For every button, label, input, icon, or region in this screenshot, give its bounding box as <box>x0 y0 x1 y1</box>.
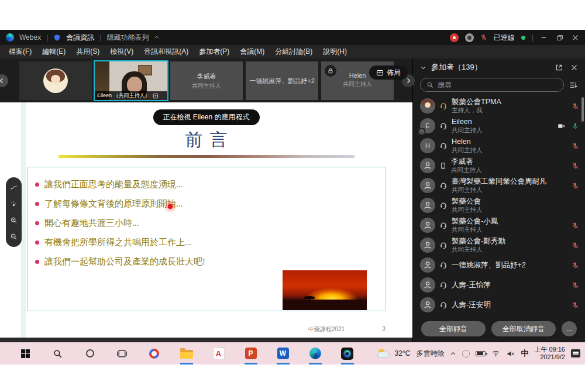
recording-indicator[interactable] <box>450 33 459 42</box>
participant-row[interactable]: 製藥公會TPMA主持人，我 <box>413 96 585 116</box>
window-titlebar: Webex | 會議資訊 | 隱藏功能表列 已連線 | <box>0 30 585 45</box>
file-explorer-button[interactable] <box>180 342 194 365</box>
pinned-app-button[interactable] <box>147 342 161 365</box>
menu-help[interactable]: 說明(H) <box>318 47 352 57</box>
audio-indicator[interactable] <box>465 33 474 42</box>
video-tile-self[interactable] <box>19 61 92 100</box>
sort-icon[interactable] <box>569 81 578 90</box>
headset-icon <box>439 201 448 209</box>
menu-edit[interactable]: 編輯(E) <box>37 47 71 57</box>
close-panel-icon[interactable] <box>570 64 578 71</box>
scrollbar[interactable] <box>581 97 584 122</box>
popout-icon[interactable] <box>555 64 563 71</box>
ime-indicator[interactable]: 中 <box>521 348 528 359</box>
hide-menubar-button[interactable]: 隱藏功能表列 <box>106 33 149 43</box>
video-tile[interactable]: 一德姚淑萍、劉品妤+2 <box>246 61 318 100</box>
avatar <box>420 257 435 273</box>
connection-status: 已連線 <box>494 33 515 43</box>
participant-name: 人壽-王怡萍 <box>452 281 567 290</box>
participant-role: 共同主持人 <box>452 126 553 134</box>
participant-role: 共同主持人 <box>452 226 567 233</box>
powerpoint-button[interactable]: P <box>244 342 258 365</box>
menu-meeting[interactable]: 會議(M) <box>235 47 270 57</box>
wifi-icon[interactable] <box>491 349 500 357</box>
participant-row[interactable]: 製藥公會-小鳳共同主持人 <box>413 215 585 235</box>
volume-muted-icon[interactable] <box>506 350 515 357</box>
restore-button[interactable] <box>556 34 563 42</box>
meeting-info-button[interactable]: 會議資訊 <box>66 33 94 43</box>
weather-description[interactable]: 多雲時陰 <box>416 349 444 359</box>
mute-all-button[interactable]: 全部靜音 <box>421 321 486 336</box>
person-icon <box>423 300 432 310</box>
menu-breakout[interactable]: 分組討論(B) <box>270 47 318 57</box>
pinwheel-app-icon <box>149 349 159 359</box>
bullet-dot <box>35 202 39 206</box>
acrobat-icon: A <box>213 348 225 359</box>
participant-row[interactable]: 一德姚淑萍、劉品妤+2 <box>413 255 585 275</box>
lock-icon <box>325 65 336 77</box>
search-icon <box>53 349 63 359</box>
participant-name: 製藥公會-鄭秀勤 <box>452 237 567 246</box>
word-button[interactable]: W <box>276 342 290 365</box>
participant-row[interactable]: 李威著共同主持人 <box>413 156 585 176</box>
action-center-icon[interactable] <box>571 349 580 357</box>
laser-pointer-dot <box>168 204 173 209</box>
unmute-all-button[interactable]: 全部取消靜音 <box>491 321 556 336</box>
taskbar-search-button[interactable] <box>51 342 65 365</box>
participant-row[interactable]: 人壽-王怡萍 <box>413 275 585 295</box>
menu-audio-video[interactable]: 音訊和視訊(A) <box>139 47 194 57</box>
shield-icon <box>53 34 61 42</box>
search-input[interactable]: 搜尋 <box>420 78 564 92</box>
participant-role: 共同主持人 <box>452 146 567 154</box>
participant-row[interactable]: 臺灣製藥工業同業公會周耐凡共同主持人 <box>413 176 585 195</box>
menu-participants[interactable]: 參加者(P) <box>194 47 235 57</box>
hidden-icons-chevron[interactable] <box>450 350 456 357</box>
edge-icon <box>309 348 321 359</box>
video-tile[interactable]: 李威著 共同主持人 <box>170 61 243 100</box>
menu-file[interactable]: 檔案(F) <box>4 47 37 57</box>
filmstrip-prev-button[interactable] <box>0 74 8 87</box>
panel-title: 參加者（139） <box>431 62 482 73</box>
menu-share[interactable]: 共用(S) <box>71 47 105 57</box>
more-options-button[interactable]: … <box>562 321 577 336</box>
battery-icon[interactable] <box>476 351 486 356</box>
annotate-pen-icon[interactable] <box>10 184 18 191</box>
avatar <box>43 68 68 93</box>
webex-taskbar-button[interactable] <box>340 342 355 365</box>
participant-row[interactable]: 製藥公會共同主持人 <box>413 195 585 215</box>
collapse-chevron-icon[interactable] <box>420 64 426 71</box>
participant-row[interactable]: H Helen共同主持人 <box>413 136 585 156</box>
weather-temperature[interactable]: 32°C <box>395 349 411 357</box>
headset-icon <box>439 241 448 249</box>
chevron-up-icon[interactable] <box>154 35 160 40</box>
participant-row[interactable]: E Eileen共同主持人 <box>413 116 585 136</box>
laser-pointer-icon[interactable] <box>10 200 18 208</box>
participant-row[interactable]: 人壽-汪安明 <box>413 295 585 315</box>
mic-muted-icon <box>572 182 579 190</box>
layout-button[interactable]: 佈局 <box>369 66 408 80</box>
zoom-out-icon[interactable] <box>10 233 18 240</box>
windows-logo-icon <box>20 349 30 359</box>
weather-icon[interactable] <box>377 349 389 358</box>
edge-button[interactable] <box>308 342 322 365</box>
mic-muted-icon[interactable] <box>480 34 487 41</box>
participant-role: 主持人，我 <box>452 106 567 114</box>
participant-role: 共同主持人 <box>452 186 567 194</box>
task-view-button[interactable] <box>115 342 129 365</box>
clock[interactable]: 上午 09:16 2021/9/2 <box>534 346 565 361</box>
avatar <box>420 297 435 312</box>
menu-view[interactable]: 檢視(V) <box>105 47 139 57</box>
sharing-icon <box>153 93 159 99</box>
tile-name: 李威著 <box>170 72 243 81</box>
zoom-in-icon[interactable] <box>10 216 18 224</box>
close-button[interactable] <box>572 34 579 42</box>
cortana-button[interactable] <box>83 342 97 365</box>
tray-app-icon[interactable] <box>462 350 470 357</box>
participant-row[interactable]: 製藥公會-鄭秀勤共同主持人 <box>413 235 585 255</box>
tree-silhouette <box>309 297 310 301</box>
video-tile-eileen[interactable]: Eileen （共同主持人） <box>95 61 167 100</box>
start-button[interactable] <box>19 342 33 365</box>
time-label: 上午 09:16 <box>534 346 565 353</box>
minimize-button[interactable] <box>540 34 548 42</box>
acrobat-button[interactable]: A <box>212 342 226 365</box>
